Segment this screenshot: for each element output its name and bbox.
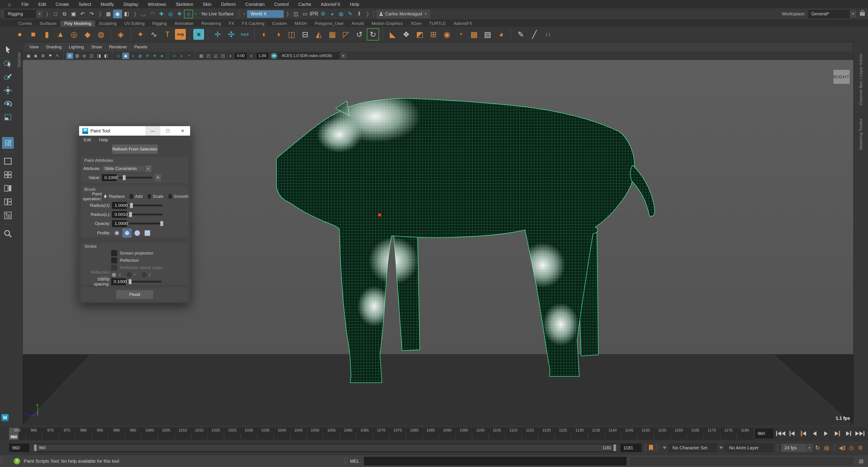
current-time-field[interactable]: 960 [755,429,774,438]
timeline-tick[interactable]: 1070 [373,428,389,440]
shelf-tab-xgen[interactable]: XGen [407,20,426,27]
boolean-union-icon[interactable]: ◐ [258,28,271,40]
menu-deform[interactable]: Deform [216,0,241,8]
retopologize-icon[interactable]: ◸ [340,28,352,40]
grip[interactable] [238,11,240,18]
paint-tool-active[interactable] [2,137,14,149]
timeline-tick[interactable]: 995 [125,428,141,440]
four-pane-layout-button[interactable] [2,169,14,181]
radius-l-field[interactable]: 0.0010 [112,211,127,218]
profile-solid-icon[interactable] [133,228,142,238]
timeline-tick[interactable]: 1160 [671,428,687,440]
persp-outliner-layout-button[interactable] [2,196,14,208]
timeline-tick[interactable]: 1155 [654,428,671,440]
panel-tab-modeling-toolkit[interactable]: Modeling Toolkit [859,119,863,150]
shelf-tab-rigging[interactable]: Rigging [148,20,170,27]
shelf-tab-arnold[interactable]: Arnold [348,20,368,27]
play-forwards-button[interactable] [821,429,831,438]
shelf-tab-uv-editing[interactable]: UV Editing [121,20,149,27]
animation-preferences-icon[interactable]: ⚙ [856,443,865,452]
dialog-titlebar[interactable]: M Paint Tool — ☐ ✕ [79,126,190,136]
timeline-tick[interactable]: 1050 [307,428,323,440]
timeline-tick[interactable]: 1170 [704,428,720,440]
textured-icon[interactable]: ◑ [129,53,136,59]
anim-layer-dropdown[interactable]: No Anim Layer [725,443,774,452]
radio-smooth[interactable] [168,194,172,199]
shelf-tab-mash[interactable]: MASH [291,20,311,27]
range-slider[interactable]: 960 1181 [33,443,617,452]
grip[interactable] [373,11,375,18]
go-to-end-button[interactable] [855,429,865,438]
grip[interactable] [0,458,2,465]
stamp-spacing-slider[interactable] [127,281,161,283]
timeline-tick[interactable]: 1005 [158,428,174,440]
bridge-icon[interactable]: ⊞ [427,28,439,40]
range-start-handle[interactable] [34,444,37,451]
menu-display[interactable]: Display [119,0,143,8]
menu-skin[interactable]: Skin [198,0,216,8]
timeline-tick[interactable]: 1120 [538,428,555,440]
timeline-tick[interactable]: 980 [75,428,92,440]
radio-add[interactable] [129,194,133,199]
shelf-tab-rendering[interactable]: Rendering [197,20,225,27]
reflection-checkbox[interactable] [111,257,117,263]
dialog-menu-edit[interactable]: Edit [84,137,91,143]
separate-icon[interactable]: ⊟ [299,28,311,40]
timeline-tick[interactable]: 970 [42,428,59,440]
image-plane-icon[interactable]: ✎ [54,53,61,59]
menu-select[interactable]: Select [74,0,96,8]
smooth-icon[interactable]: ↺ [353,28,366,40]
remesh-icon[interactable]: ▦ [326,28,338,40]
xray-icon[interactable]: ◖ [171,53,178,59]
profile-square-icon[interactable] [143,228,152,238]
add-bookmark-icon[interactable] [649,445,653,451]
time-ruler[interactable]: 960 960965970975980985990995100010051010… [9,428,753,440]
timeline-tick[interactable]: 1105 [489,428,505,440]
poly-cylinder-icon[interactable]: ▮ [41,28,53,40]
shelf-tab-fx[interactable]: FX [225,20,238,27]
curve-warp-icon[interactable]: ∿ [148,28,160,40]
timeline-tick[interactable]: 1065 [356,428,373,440]
camera-attributes-icon[interactable]: ⚙ [39,53,46,59]
radio-axis-y[interactable] [127,272,131,277]
circularize-icon[interactable]: ◔ [454,28,467,40]
lasso-select-tool[interactable] [2,57,14,69]
align-objects-icon[interactable]: ✛ [212,28,224,40]
timeline-tick[interactable]: 1030 [241,428,257,440]
select-tool[interactable] [2,44,14,56]
exposure-icon[interactable]: ◑ [227,53,234,59]
menu-help[interactable]: Help [345,0,364,8]
shelf-tab-animation[interactable]: Animation [170,20,197,27]
step-back-key-button[interactable] [798,429,808,438]
poly-cone-icon[interactable]: ▲ [54,28,66,40]
field-chart-icon[interactable]: ◨ [95,53,102,59]
outliner-tab[interactable]: Outliner [17,52,22,67]
maximize-button[interactable]: ☐ [160,126,175,136]
color-management-toggle[interactable]: ON [271,53,277,59]
boolean-difference-icon[interactable]: ◑ [272,28,284,40]
character-set-dropdown[interactable]: No Character Set [669,443,717,452]
shelf-tab-adonisfx[interactable]: AdonisFX [450,20,476,27]
select-hierarchy-icon[interactable]: ▦ [104,10,113,18]
timeline-tick[interactable]: 965 [26,428,42,440]
isolate-add-icon[interactable]: ◱ [212,53,219,59]
close-button[interactable]: ✕ [175,126,190,136]
colorspace-dropdown[interactable]: ACES 1.0 SDR-video (sRGB) ▼ [279,53,347,59]
radius-u-field[interactable]: 1.0000 [112,202,127,209]
safe-action-icon[interactable]: ◧ [103,53,110,59]
select-tool-box-icon[interactable]: ▧ [198,53,205,59]
shelf-tab-curves[interactable]: Curves [14,20,36,27]
menu-control[interactable]: Control [270,0,293,8]
shelf-tab-surfaces[interactable]: Surfaces [36,20,60,27]
timeline-tick[interactable]: 1135 [588,428,604,440]
timeline-tick[interactable]: 975 [59,428,75,440]
timeline-tick[interactable]: 1115 [522,428,538,440]
shelf-tab-custom[interactable]: Custom [268,20,291,27]
flood-button[interactable]: Flood [116,290,153,299]
timeline-tick[interactable]: 1095 [456,428,472,440]
shelf-tab-fx-caching[interactable]: FX Caching [238,20,268,27]
viewport-menu-view[interactable]: View [26,44,42,50]
xray-joints-icon[interactable]: ◗ [178,53,185,59]
snap-view-plane-icon[interactable]: ❖ [175,10,184,18]
clapper-settings-icon[interactable]: ◍ [337,10,346,18]
